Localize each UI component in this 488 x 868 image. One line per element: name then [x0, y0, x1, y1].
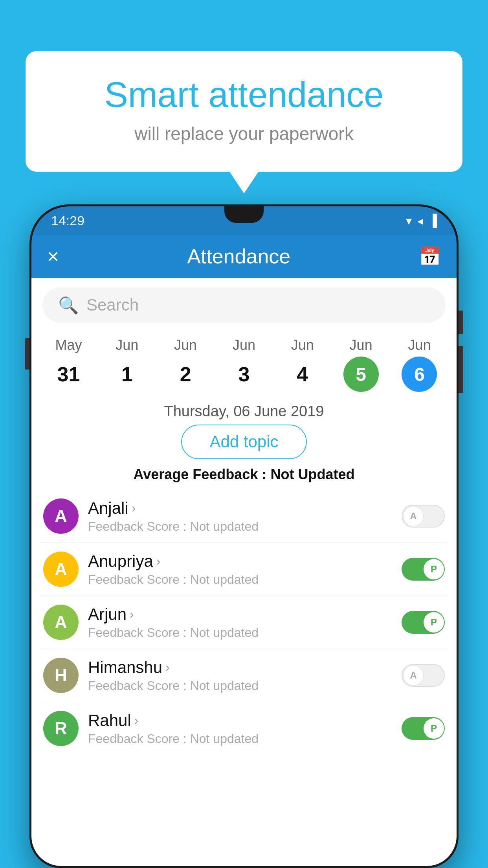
- feedback-score: Feedback Score : Not updated: [88, 679, 392, 693]
- chevron-icon: ›: [165, 660, 170, 675]
- toggle-knob: A: [403, 506, 424, 526]
- student-row[interactable]: AAnupriya ›Feedback Score : Not updatedP: [39, 543, 449, 596]
- cal-month-label: Jun: [116, 337, 138, 353]
- bubble-title: Smart attendance: [57, 75, 431, 115]
- avatar: A: [43, 605, 79, 640]
- cal-date-label: 3: [226, 357, 262, 392]
- close-button[interactable]: ×: [47, 245, 59, 268]
- calendar-row: May31Jun1Jun2Jun3Jun4Jun5Jun6: [31, 329, 457, 396]
- chevron-icon: ›: [130, 607, 134, 622]
- side-button-right-2: [459, 346, 463, 393]
- battery-icon: ▐: [429, 214, 437, 227]
- status-icons: ▾ ◂ ▐: [406, 214, 437, 228]
- toggle-knob: P: [424, 559, 444, 579]
- chevron-icon: ›: [132, 501, 136, 515]
- feedback-score: Feedback Score : Not updated: [88, 732, 392, 746]
- feedback-score: Feedback Score : Not updated: [88, 625, 392, 640]
- attendance-toggle[interactable]: P: [402, 611, 445, 634]
- calendar-day-4[interactable]: Jun4: [285, 337, 320, 392]
- cal-month-label: Jun: [233, 337, 255, 353]
- calendar-day-6[interactable]: Jun6: [402, 337, 437, 392]
- avg-feedback: Average Feedback : Not Updated: [31, 466, 457, 483]
- cal-date-label: 31: [51, 357, 86, 392]
- cal-date-label: 1: [109, 357, 145, 392]
- student-row[interactable]: RRahul ›Feedback Score : Not updatedP: [39, 702, 449, 755]
- search-bar[interactable]: 🔍 Search: [42, 287, 446, 323]
- toggle-knob: P: [424, 612, 444, 633]
- bubble-subtitle: will replace your paperwork: [57, 123, 431, 144]
- calendar-day-2[interactable]: Jun2: [168, 337, 203, 392]
- toggle-knob: A: [403, 665, 424, 686]
- student-name: Himanshu ›: [88, 658, 392, 677]
- header-title: Attendance: [187, 245, 290, 268]
- notch: [224, 206, 264, 223]
- side-button-left: [25, 338, 29, 370]
- avatar: A: [43, 498, 79, 534]
- attendance-toggle[interactable]: P: [402, 558, 445, 581]
- student-info: Arjun ›Feedback Score : Not updated: [88, 605, 392, 640]
- speech-bubble: Smart attendance will replace your paper…: [26, 51, 462, 172]
- attendance-toggle[interactable]: A: [402, 505, 445, 528]
- student-row[interactable]: HHimanshu ›Feedback Score : Not updatedA: [39, 649, 449, 702]
- cal-month-label: Jun: [350, 337, 372, 353]
- calendar-icon[interactable]: 📅: [418, 246, 441, 267]
- status-bar: 14:29 ▾ ◂ ▐: [31, 206, 457, 235]
- toggle-knob: P: [424, 718, 444, 739]
- student-name: Anupriya ›: [88, 552, 392, 571]
- search-placeholder: Search: [86, 296, 139, 314]
- calendar-day-0[interactable]: May31: [51, 337, 86, 392]
- attendance-toggle[interactable]: A: [402, 664, 445, 687]
- avatar: R: [43, 711, 79, 746]
- side-button-right-1: [459, 311, 463, 334]
- student-name: Anjali ›: [88, 499, 392, 518]
- cal-date-label: 6: [402, 357, 437, 392]
- cal-month-label: Jun: [408, 337, 431, 353]
- cal-month-label: Jun: [174, 337, 197, 353]
- screen-content: 🔍 Search May31Jun1Jun2Jun3Jun4Jun5Jun6 T…: [31, 278, 457, 866]
- app-header: × Attendance 📅: [31, 235, 457, 278]
- student-row[interactable]: AAnjali ›Feedback Score : Not updatedA: [39, 490, 449, 543]
- student-info: Himanshu ›Feedback Score : Not updated: [88, 658, 392, 693]
- avatar: H: [43, 658, 79, 693]
- cal-date-label: 5: [343, 357, 379, 392]
- student-name: Arjun ›: [88, 605, 392, 624]
- student-info: Rahul ›Feedback Score : Not updated: [88, 711, 392, 746]
- add-topic-button[interactable]: Add topic: [181, 425, 306, 459]
- chevron-icon: ›: [156, 554, 161, 568]
- search-icon: 🔍: [58, 296, 79, 315]
- student-list: AAnjali ›Feedback Score : Not updatedAAA…: [31, 490, 457, 755]
- avatar: A: [43, 552, 79, 587]
- student-info: Anupriya ›Feedback Score : Not updated: [88, 552, 392, 587]
- phone-inner: 14:29 ▾ ◂ ▐ × Attendance 📅 🔍 Search May3…: [31, 206, 457, 866]
- cal-date-label: 4: [285, 357, 320, 392]
- attendance-toggle[interactable]: P: [402, 717, 445, 740]
- phone-frame: 14:29 ▾ ◂ ▐ × Attendance 📅 🔍 Search May3…: [29, 204, 459, 868]
- speech-bubble-container: Smart attendance will replace your paper…: [26, 51, 462, 172]
- feedback-score: Feedback Score : Not updated: [88, 519, 392, 534]
- student-name: Rahul ›: [88, 711, 392, 730]
- feedback-score: Feedback Score : Not updated: [88, 572, 392, 587]
- calendar-day-5[interactable]: Jun5: [343, 337, 379, 392]
- selected-date: Thursday, 06 June 2019: [31, 403, 457, 420]
- student-row[interactable]: AArjun ›Feedback Score : Not updatedP: [39, 596, 449, 649]
- calendar-day-1[interactable]: Jun1: [109, 337, 145, 392]
- cal-month-label: Jun: [291, 337, 314, 353]
- student-info: Anjali ›Feedback Score : Not updated: [88, 499, 392, 534]
- status-time: 14:29: [51, 213, 84, 228]
- cal-month-label: May: [55, 337, 82, 353]
- calendar-day-3[interactable]: Jun3: [226, 337, 262, 392]
- cal-date-label: 2: [168, 357, 203, 392]
- chevron-icon: ›: [134, 713, 139, 728]
- wifi-icon: ▾: [406, 214, 412, 228]
- signal-icon: ◂: [417, 214, 423, 228]
